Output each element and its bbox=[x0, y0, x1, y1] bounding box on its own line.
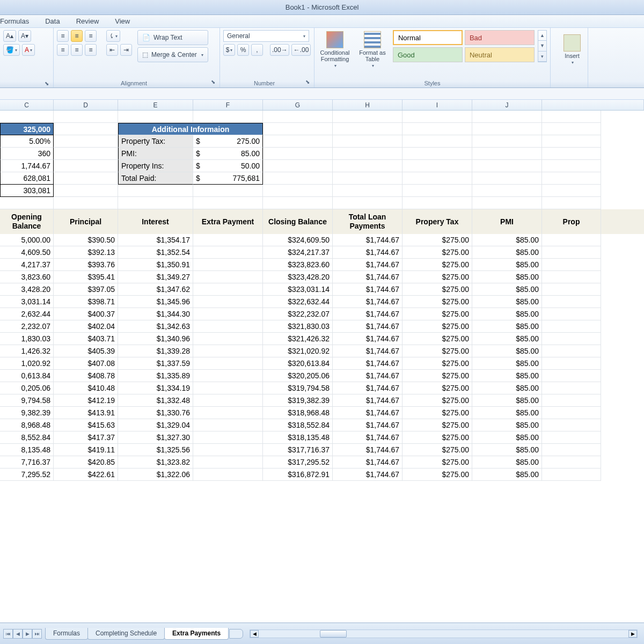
align-bottom-button[interactable]: ≡ bbox=[85, 30, 97, 42]
cell[interactable] bbox=[542, 308, 601, 320]
cell[interactable]: 325,000 bbox=[0, 123, 54, 135]
cell[interactable] bbox=[263, 185, 333, 197]
cell[interactable] bbox=[263, 135, 333, 148]
cell[interactable] bbox=[333, 172, 402, 185]
cell-styles-gallery[interactable]: Normal Bad Good Neutral bbox=[393, 30, 535, 62]
cell[interactable]: 8,968.48 bbox=[0, 419, 54, 431]
cell[interactable] bbox=[333, 135, 402, 148]
cell[interactable] bbox=[333, 111, 402, 123]
cell[interactable]: $1,744.67 bbox=[333, 431, 402, 444]
cell[interactable] bbox=[193, 185, 263, 197]
cell[interactable] bbox=[402, 160, 472, 172]
cell[interactable]: Prop bbox=[542, 209, 601, 234]
cell[interactable] bbox=[193, 456, 263, 469]
cell[interactable] bbox=[193, 345, 263, 357]
cell[interactable]: Closing Balance bbox=[263, 209, 333, 234]
col-header-I[interactable]: I bbox=[402, 100, 472, 110]
cell[interactable]: $275.00 bbox=[402, 259, 472, 271]
cell[interactable]: $85.00 bbox=[472, 283, 542, 296]
cell[interactable]: $85.00 bbox=[472, 370, 542, 382]
increase-indent-button[interactable]: ⇥ bbox=[120, 44, 132, 56]
cell[interactable]: $403.71 bbox=[54, 333, 118, 345]
cell[interactable] bbox=[193, 419, 263, 431]
cell[interactable]: $321,830.03 bbox=[263, 320, 333, 333]
cell[interactable] bbox=[193, 246, 263, 259]
cell[interactable]: 360 bbox=[0, 148, 54, 160]
cell[interactable] bbox=[193, 197, 263, 209]
orientation-button[interactable]: ⤹▾ bbox=[106, 30, 120, 42]
cell[interactable]: $317,716.37 bbox=[263, 444, 333, 456]
cell[interactable]: $405.39 bbox=[54, 345, 118, 357]
style-normal[interactable]: Normal bbox=[393, 30, 463, 45]
cell[interactable]: $318,552.84 bbox=[263, 419, 333, 431]
align-top-button[interactable]: ≡ bbox=[57, 30, 69, 42]
cell[interactable]: $319,382.39 bbox=[263, 394, 333, 407]
cell[interactable]: $1,744.67 bbox=[333, 407, 402, 419]
tab-view[interactable]: View bbox=[115, 17, 130, 25]
cell[interactable] bbox=[542, 333, 601, 345]
cell[interactable]: $1,334.19 bbox=[118, 382, 193, 394]
cell[interactable] bbox=[542, 271, 601, 283]
cell[interactable] bbox=[472, 148, 542, 160]
cell[interactable]: $319,794.58 bbox=[263, 382, 333, 394]
cell[interactable]: $318,135.48 bbox=[263, 431, 333, 444]
cell[interactable]: $275.00 bbox=[402, 234, 472, 246]
cell[interactable]: $318,968.48 bbox=[263, 407, 333, 419]
cell[interactable] bbox=[54, 123, 118, 135]
cell[interactable]: $320,613.84 bbox=[263, 357, 333, 370]
gallery-expand-icon[interactable]: ▾ bbox=[538, 52, 546, 62]
cell[interactable]: $1,744.67 bbox=[333, 419, 402, 431]
currency-button[interactable]: $▾ bbox=[223, 44, 235, 56]
cell[interactable]: Interest bbox=[118, 209, 193, 234]
cell[interactable]: $407.08 bbox=[54, 357, 118, 370]
cell[interactable]: $275.00 bbox=[402, 370, 472, 382]
cell[interactable]: $413.91 bbox=[54, 407, 118, 419]
cell[interactable] bbox=[472, 197, 542, 209]
cell[interactable]: $324,217.37 bbox=[263, 246, 333, 259]
col-header-H[interactable]: H bbox=[333, 100, 402, 110]
cell[interactable]: $395.41 bbox=[54, 271, 118, 283]
cell[interactable] bbox=[542, 320, 601, 333]
cell[interactable]: Property Ins: bbox=[118, 160, 193, 172]
cell[interactable]: $1,744.67 bbox=[333, 382, 402, 394]
cell[interactable]: $1,744.67 bbox=[333, 469, 402, 481]
cell[interactable]: $1,744.67 bbox=[333, 357, 402, 370]
cell[interactable]: 8,552.84 bbox=[0, 431, 54, 444]
tab-review[interactable]: Review bbox=[76, 17, 99, 25]
cell[interactable]: $775,681 bbox=[193, 172, 263, 185]
cell[interactable]: $275.00 bbox=[402, 345, 472, 357]
scroll-left-icon[interactable]: ◀ bbox=[250, 630, 259, 638]
insert-button[interactable]: Insert▾ bbox=[554, 30, 590, 69]
tab-nav-prev[interactable]: ◀ bbox=[13, 629, 23, 639]
cell[interactable] bbox=[193, 444, 263, 456]
scroll-right-icon[interactable]: ▶ bbox=[628, 630, 637, 638]
sheet-tab-formulas[interactable]: Formulas bbox=[45, 628, 88, 640]
cell[interactable] bbox=[118, 185, 193, 197]
cell[interactable] bbox=[118, 111, 193, 123]
cell[interactable] bbox=[193, 271, 263, 283]
cell[interactable] bbox=[333, 197, 402, 209]
cell[interactable]: PMI bbox=[472, 209, 542, 234]
cell[interactable]: $415.63 bbox=[54, 419, 118, 431]
new-sheet-button[interactable] bbox=[229, 629, 243, 639]
cell[interactable]: $85.00 bbox=[472, 456, 542, 469]
cell[interactable] bbox=[402, 111, 472, 123]
tab-data[interactable]: Data bbox=[45, 17, 60, 25]
cells-area[interactable]: 325,000Additional Informaion5.00%Propert… bbox=[0, 111, 644, 481]
cell[interactable] bbox=[193, 394, 263, 407]
cell[interactable] bbox=[193, 234, 263, 246]
cell[interactable] bbox=[402, 197, 472, 209]
cell[interactable]: 628,081 bbox=[0, 172, 54, 185]
tab-nav-last[interactable]: ⏭ bbox=[32, 629, 42, 639]
cell[interactable]: $85.00 bbox=[472, 444, 542, 456]
cell[interactable]: 3,428.20 bbox=[0, 283, 54, 296]
cell[interactable] bbox=[193, 320, 263, 333]
cell[interactable]: 1,426.32 bbox=[0, 345, 54, 357]
cell[interactable] bbox=[118, 197, 193, 209]
cell[interactable] bbox=[542, 444, 601, 456]
cell[interactable] bbox=[542, 246, 601, 259]
cell[interactable] bbox=[472, 123, 542, 135]
cell[interactable]: $323,031.14 bbox=[263, 283, 333, 296]
cell[interactable] bbox=[193, 111, 263, 123]
font-size-increase-button[interactable]: A▴ bbox=[3, 30, 16, 42]
